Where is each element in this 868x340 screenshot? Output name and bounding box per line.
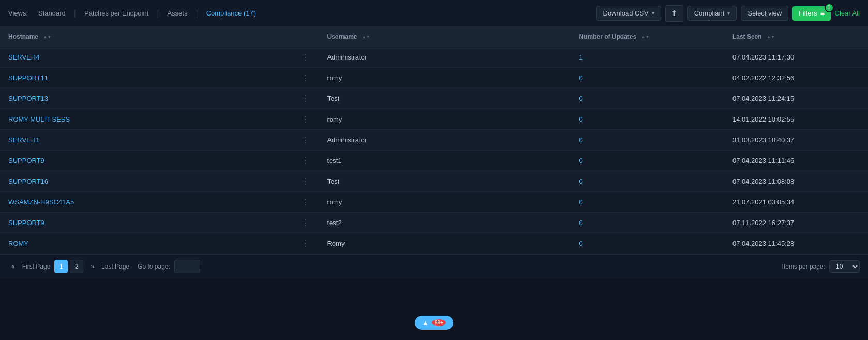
username-cell: romy [319, 68, 571, 88]
last-seen-cell: 04.02.2022 12:32:56 [724, 68, 868, 88]
dots-icon: ⋮ [302, 53, 310, 62]
chevron-down-icon-2: ▾ [727, 10, 730, 16]
tab-standard[interactable]: Standard [34, 7, 70, 19]
col-username: Username ▲▼ [319, 27, 571, 47]
filters-button[interactable]: 1 Filters ≡ [792, 6, 831, 21]
username-cell: romy [319, 192, 571, 213]
sep-2: | [157, 9, 159, 18]
col-hostname: Hostname ▲▼ [0, 27, 293, 47]
dots-icon: ⋮ [302, 218, 310, 227]
last-seen-header-label: Last Seen [732, 33, 762, 40]
row-menu-button[interactable]: ⋮ [293, 68, 319, 88]
username-cell: test1 [319, 151, 571, 171]
notification-bubble[interactable]: ▲ 99+ [415, 316, 453, 330]
num-updates-cell[interactable]: 0 [571, 213, 724, 233]
dots-icon: ⋮ [302, 156, 310, 165]
row-menu-button[interactable]: ⋮ [293, 213, 319, 233]
table-row: SERVER4⋮Administrator107.04.2023 11:17:3… [0, 47, 868, 68]
username-cell: Administrator [319, 130, 571, 151]
row-menu-button[interactable]: ⋮ [293, 192, 319, 213]
num-updates-cell[interactable]: 0 [571, 130, 724, 151]
download-csv-label: Download CSV [603, 9, 649, 17]
row-menu-button[interactable]: ⋮ [293, 88, 319, 109]
hostname-cell[interactable]: ROMY-MULTI-SESS [0, 109, 293, 130]
row-menu-button[interactable]: ⋮ [293, 233, 319, 254]
tab-assets[interactable]: Assets [163, 7, 191, 19]
num-updates-cell[interactable]: 1 [571, 47, 724, 68]
compliant-button[interactable]: Compliant ▾ [687, 6, 737, 21]
table-container: Hostname ▲▼ Username ▲▼ Number of Update… [0, 27, 868, 254]
hostname-cell[interactable]: SUPPORT9 [0, 151, 293, 171]
items-per-page-label: Items per page: [782, 263, 825, 270]
select-view-button[interactable]: Select view [741, 6, 788, 21]
tab-compliance[interactable]: Compliance (17) [202, 7, 260, 19]
num-updates-cell[interactable]: 0 [571, 68, 724, 88]
tab-patches-per-endpoint[interactable]: Patches per Endpoint [80, 7, 153, 19]
last-seen-cell: 07.11.2022 16:27:37 [724, 213, 868, 233]
row-menu-button[interactable]: ⋮ [293, 130, 319, 151]
last-seen-cell: 14.01.2022 10:02:55 [724, 109, 868, 130]
username-sort-icon[interactable]: ▲▼ [362, 35, 370, 39]
row-menu-button[interactable]: ⋮ [293, 151, 319, 171]
dots-icon: ⋮ [302, 198, 310, 206]
hostname-sort-icon[interactable]: ▲▼ [43, 35, 51, 39]
hostname-cell[interactable]: SUPPORT9 [0, 213, 293, 233]
hostname-cell[interactable]: WSAMZN-H9SC41A5 [0, 192, 293, 213]
clear-all-button[interactable]: Clear All [835, 9, 860, 17]
num-updates-cell[interactable]: 0 [571, 151, 724, 171]
top-bar: Views: Standard | Patches per Endpoint |… [0, 0, 868, 27]
page-1-button[interactable]: 1 [54, 260, 68, 273]
hostname-cell[interactable]: SERVER4 [0, 47, 293, 68]
dots-icon: ⋮ [302, 115, 310, 124]
first-page-button[interactable]: « [8, 261, 18, 272]
filter-lines-icon: ≡ [820, 9, 824, 18]
num-updates-cell[interactable]: 0 [571, 109, 724, 130]
upload-button[interactable]: ⬆ [665, 5, 683, 22]
last-seen-cell: 07.04.2023 11:17:30 [724, 47, 868, 68]
items-per-page: Items per page: 10 25 50 100 [782, 260, 860, 273]
table-row: SUPPORT13⋮Test007.04.2023 11:24:15 [0, 88, 868, 109]
table-row: SUPPORT16⋮Test007.04.2023 11:08:08 [0, 171, 868, 192]
select-view-label: Select view [747, 9, 782, 17]
username-cell: Administrator [319, 47, 571, 68]
num-updates-cell[interactable]: 0 [571, 88, 724, 109]
row-menu-button[interactable]: ⋮ [293, 109, 319, 130]
last-seen-cell: 31.03.2023 18:40:37 [724, 130, 868, 151]
page-2-button[interactable]: 2 [70, 260, 83, 273]
table-row: ROMY⋮Romy007.04.2023 11:45:28 [0, 233, 868, 254]
hostname-cell[interactable]: ROMY [0, 233, 293, 254]
num-updates-cell[interactable]: 0 [571, 192, 724, 213]
download-csv-button[interactable]: Download CSV ▾ [596, 6, 661, 21]
num-updates-cell[interactable]: 0 [571, 171, 724, 192]
num-updates-cell[interactable]: 0 [571, 233, 724, 254]
hostname-cell[interactable]: SUPPORT13 [0, 88, 293, 109]
page-buttons: 1 2 [54, 260, 83, 273]
hostname-header-label: Hostname [8, 33, 38, 40]
next-page-button[interactable]: » [87, 261, 97, 272]
double-right-icon: » [91, 263, 94, 270]
col-last-seen: Last Seen ▲▼ [724, 27, 868, 47]
table-row: WSAMZN-H9SC41A5⋮romy021.07.2021 03:05:34 [0, 192, 868, 213]
table-row: SUPPORT11⋮romy004.02.2022 12:32:56 [0, 68, 868, 88]
num-updates-sort-icon[interactable]: ▲▼ [641, 35, 650, 39]
hostname-cell[interactable]: SERVER1 [0, 130, 293, 151]
username-cell: Test [319, 88, 571, 109]
hostname-cell[interactable]: SUPPORT16 [0, 171, 293, 192]
last-seen-sort-icon[interactable]: ▲▼ [767, 35, 775, 39]
go-to-input[interactable] [174, 260, 200, 273]
go-to-label: Go to page: [138, 263, 170, 270]
last-seen-cell: 07.04.2023 11:08:08 [724, 171, 868, 192]
chevron-down-icon: ▾ [652, 10, 654, 16]
dots-icon: ⋮ [302, 239, 310, 248]
last-seen-cell: 07.04.2023 11:11:46 [724, 151, 868, 171]
hostname-cell[interactable]: SUPPORT11 [0, 68, 293, 88]
dots-icon: ⋮ [302, 136, 310, 144]
last-seen-cell: 21.07.2021 03:05:34 [724, 192, 868, 213]
last-seen-cell: 07.04.2023 11:24:15 [724, 88, 868, 109]
col-menu-header [293, 27, 319, 47]
items-per-page-select[interactable]: 10 25 50 100 [829, 260, 860, 273]
first-page-label: First Page [22, 263, 51, 270]
row-menu-button[interactable]: ⋮ [293, 47, 319, 68]
username-cell: test2 [319, 213, 571, 233]
row-menu-button[interactable]: ⋮ [293, 171, 319, 192]
